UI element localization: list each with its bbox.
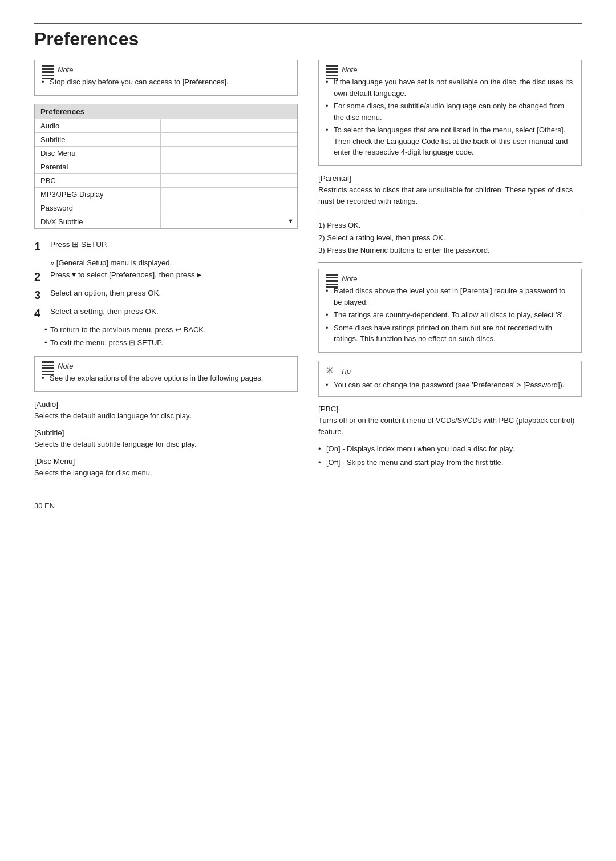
parental-step: 1) Press OK.: [318, 219, 582, 232]
pbc-bullet-1: • [On] - Displays index menu when you lo…: [318, 443, 582, 455]
table-row: DivX Subtitle: [35, 215, 297, 228]
left-note-2-list: See the explanations of the above option…: [42, 373, 290, 384]
right-note-1: Note If the language you have set is not…: [318, 60, 582, 166]
subtitle-section: [Subtitle] Selects the default subtitle …: [34, 429, 298, 450]
steps-section: 1 Press ⊞ SETUP. [General Setup] menu is…: [34, 239, 298, 349]
note-label-1: Note: [58, 66, 73, 74]
table-row: Password: [35, 201, 297, 215]
table-cell: Parental: [35, 160, 161, 173]
parental-heading: [Parental]: [318, 174, 582, 183]
list-item: If the language you have set is not avai…: [326, 76, 574, 99]
right-column: Note If the language you have set is not…: [318, 60, 582, 484]
discmenu-heading: [Disc Menu]: [34, 457, 298, 466]
pbc-bullets: • [On] - Displays index menu when you lo…: [318, 443, 582, 469]
parental-section: [Parental] Restricts access to discs tha…: [318, 174, 582, 264]
right-note-2-list: Rated discs above the level you set in […: [326, 285, 574, 345]
pbc-bullet-2: • [Off] - Skips the menu and start play …: [318, 457, 582, 469]
divider: [318, 262, 582, 263]
note-label-4: Note: [342, 274, 357, 283]
tip-label: Tip: [341, 367, 351, 375]
step-2: 2 Press ▾ to select [Preferences], then …: [34, 269, 298, 284]
table-row: Audio: [35, 119, 297, 133]
table-row: Subtitle: [35, 133, 297, 147]
step-bullet: To return to the previous menu, press ↩ …: [34, 324, 298, 335]
table-cell: [161, 215, 297, 228]
left-note-1: Note Stop disc play before you can acces…: [34, 60, 298, 96]
table-cell: [161, 188, 297, 201]
table-cell: [161, 119, 297, 132]
note-icon-4: [326, 274, 338, 283]
list-item: See the explanations of the above option…: [42, 373, 290, 384]
table-cell: [161, 147, 297, 160]
step-sub: [General Setup] menu is displayed.: [34, 257, 298, 269]
table-row: Parental: [35, 160, 297, 174]
left-note-2: Note See the explanations of the above o…: [34, 356, 298, 392]
list-item: Rated discs above the level you set in […: [326, 285, 574, 308]
left-column: Note Stop disc play before you can acces…: [34, 60, 298, 484]
step-text: Press ▾ to select [Preferences], then pr…: [50, 269, 298, 281]
table-row: Disc Menu: [35, 147, 297, 160]
list-item: To select the languages that are not lis…: [326, 124, 574, 158]
step-number: 4: [34, 306, 50, 321]
page-footer: 30 EN: [34, 502, 582, 510]
step-text: Select a setting, then press OK.: [50, 306, 298, 317]
table-cell: [161, 160, 297, 173]
step-text: Press ⊞ SETUP.: [50, 239, 298, 250]
table-cell: Password: [35, 201, 161, 215]
step-text: Select an option, then press OK.: [50, 288, 298, 299]
list-item: For some discs, the subtitle/audio langu…: [326, 100, 574, 123]
note-icon-3: [326, 65, 338, 74]
parental-step: 2) Select a rating level, then press OK.: [318, 232, 582, 244]
step-4: 4 Select a setting, then press OK.: [34, 306, 298, 321]
tip-list: You can set or change the password (see …: [326, 379, 574, 391]
table-cell: [161, 201, 297, 215]
subtitle-heading: [Subtitle]: [34, 429, 298, 437]
tip-icon: ✳: [326, 366, 337, 377]
pbc-heading: [PBC]: [318, 405, 582, 413]
table-cell: Subtitle: [35, 133, 161, 146]
table-cell: Audio: [35, 119, 161, 132]
subtitle-text: Selects the default subtitle language fo…: [34, 439, 298, 450]
left-note-1-list: Stop disc play before you can access to …: [42, 76, 290, 88]
parental-step: 3) Press the Numeric buttons to enter th…: [318, 244, 582, 257]
list-item: Stop disc play before you can access to …: [42, 76, 290, 88]
table-cell: MP3/JPEG Display: [35, 188, 161, 201]
note-label-2: Note: [58, 362, 73, 370]
preferences-table: Preferences Audio Subtitle Disc Menu Par…: [34, 104, 298, 229]
table-cell: DivX Subtitle: [35, 215, 161, 228]
note-label-3: Note: [342, 66, 357, 74]
discmenu-section: [Disc Menu] Selects the language for dis…: [34, 457, 298, 479]
table-cell: PBC: [35, 174, 161, 187]
table-row: PBC: [35, 174, 297, 188]
parental-steps: 1) Press OK. 2) Select a rating level, t…: [318, 219, 582, 257]
table-cell: Disc Menu: [35, 147, 161, 160]
pbc-text: Turns off or on the content menu of VCDs…: [318, 415, 582, 438]
step-1: 1 Press ⊞ SETUP.: [34, 239, 298, 254]
tip-box: ✳ Tip You can set or change the password…: [318, 361, 582, 397]
audio-text: Selects the default audio language for d…: [34, 410, 298, 422]
parental-text: Restricts access to discs that are unsui…: [318, 184, 582, 207]
step-number: 1: [34, 239, 50, 254]
step-bullet: To exit the menu, press ⊞ SETUP.: [34, 337, 298, 349]
step-number: 3: [34, 288, 50, 302]
step-number: 2: [34, 269, 50, 284]
divider: [318, 213, 582, 213]
page-title: Preferences: [34, 23, 582, 50]
right-note-2: Note Rated discs above the level you set…: [318, 269, 582, 353]
right-note-1-list: If the language you have set is not avai…: [326, 76, 574, 158]
note-icon-1: [42, 65, 54, 74]
audio-heading: [Audio]: [34, 400, 298, 409]
list-item: You can set or change the password (see …: [326, 379, 574, 391]
discmenu-text: Selects the language for disc menu.: [34, 467, 298, 479]
step-3: 3 Select an option, then press OK.: [34, 288, 298, 302]
pref-table-header: Preferences: [35, 104, 297, 119]
list-item: The ratings are country-dependent. To al…: [326, 309, 574, 321]
table-cell: [161, 174, 297, 187]
list-item: Some discs have ratings printed on them …: [326, 322, 574, 345]
note-icon-2: [42, 361, 54, 370]
pbc-section: [PBC] Turns off or on the content menu o…: [318, 405, 582, 469]
audio-section: [Audio] Selects the default audio langua…: [34, 400, 298, 422]
table-row: MP3/JPEG Display: [35, 188, 297, 201]
table-cell: [161, 133, 297, 146]
